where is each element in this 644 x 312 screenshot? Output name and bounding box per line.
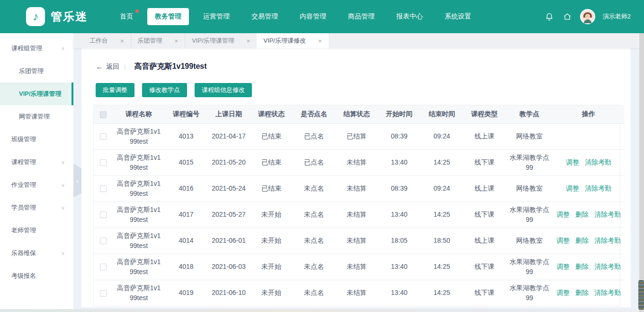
vertical-scrollbar-thumb[interactable]: [638, 280, 644, 310]
row-checkbox[interactable]: [100, 133, 107, 140]
select-all-checkbox[interactable]: [100, 111, 107, 118]
back-button[interactable]: ← 返回: [96, 63, 119, 71]
close-icon[interactable]: ×: [120, 37, 124, 45]
cell-rollcall: 已点名: [293, 149, 335, 175]
op-link[interactable]: 调整: [556, 288, 570, 298]
sidebar-item-band-mgmt[interactable]: 乐团管理: [0, 60, 73, 83]
col-type: 课程类型: [463, 105, 506, 123]
sidebar-item-label: 作业管理: [11, 181, 61, 189]
cell-end: 18:50: [420, 228, 463, 254]
sidebar-item-homework[interactable]: 作业管理 ∨: [0, 174, 73, 196]
tab-band-mgmt[interactable]: 乐团管理 ×: [131, 33, 185, 48]
close-icon[interactable]: ×: [318, 37, 322, 45]
home-icon[interactable]: [562, 11, 572, 22]
cell-location: 网络教室: [506, 228, 553, 254]
cell-course-id: 4016: [165, 175, 207, 202]
edit-course-group-button[interactable]: 课程组信息修改: [195, 83, 252, 97]
row-checkbox[interactable]: [100, 264, 107, 270]
col-settlement: 结算状态: [335, 105, 378, 123]
cell-course-id: 4015: [165, 149, 207, 175]
sidebar-item-online-course[interactable]: 网管课管理: [0, 105, 73, 128]
sidebar-item-vip-theory[interactable]: VIP/乐理课管理: [0, 83, 73, 105]
op-link[interactable]: 删除: [575, 210, 589, 220]
sidebar-item-label: 乐器维保: [11, 249, 61, 257]
op-link[interactable]: 清除考勤: [585, 157, 611, 167]
sidebar-collapse-handle[interactable]: ‹: [73, 164, 81, 198]
nav-item-products[interactable]: 商品管理: [340, 8, 382, 25]
toolbar: 批量调整 修改教学点 课程组信息修改: [93, 83, 620, 97]
tab-workbench[interactable]: 工作台 ×: [83, 33, 131, 48]
op-link[interactable]: 清除考勤: [594, 262, 621, 272]
tab-vip-theory-mgmt[interactable]: VIP/乐理课管理 ×: [185, 33, 257, 48]
sidebar-item-instrument-maintenance[interactable]: 乐器维保 ∨: [0, 242, 73, 265]
cell-start: 08:39: [378, 175, 420, 202]
cell-course-id: 4019: [165, 280, 207, 306]
col-date: 上课日期: [207, 105, 250, 123]
cell-settlement: 已结算: [335, 123, 378, 149]
cell-type: 线下课: [463, 280, 506, 306]
nav-item-reports[interactable]: 报表中心: [389, 8, 430, 25]
sidebar-item-class-mgmt[interactable]: 班级管理: [0, 128, 73, 151]
op-link[interactable]: 清除考勤: [594, 210, 621, 220]
cell-rollcall: 未点名: [293, 280, 335, 306]
table-row: 高音萨克斯1v199test 4017 2021-05-27 未开始 未点名 未…: [94, 202, 624, 228]
tab-vip-theory-edit[interactable]: VIP/乐理课修改 ×: [257, 33, 328, 48]
nav-item-transactions[interactable]: 交易管理: [244, 8, 286, 25]
tab-label: VIP/乐理课管理: [192, 37, 234, 45]
cell-end: 14:25: [420, 149, 463, 175]
vertical-scrollbar-track[interactable]: [639, 33, 644, 312]
batch-adjust-button[interactable]: 批量调整: [96, 83, 134, 97]
row-checkbox[interactable]: [100, 185, 107, 192]
op-link[interactable]: 调整: [566, 184, 579, 193]
row-checkbox[interactable]: [100, 290, 107, 297]
sidebar-item-course-mgmt[interactable]: 课程管理 ∨: [0, 151, 73, 174]
op-link[interactable]: 清除考勤: [585, 184, 611, 193]
cell-location: 水果湖教学点99: [506, 149, 553, 175]
op-link[interactable]: 删除: [575, 288, 589, 298]
row-checkbox[interactable]: [100, 159, 107, 166]
nav-item-academic[interactable]: 教务管理: [147, 8, 189, 25]
row-checkbox[interactable]: [100, 211, 107, 218]
row-checkbox[interactable]: [100, 238, 107, 244]
cell-settlement: 未结算: [335, 280, 378, 306]
cell-status: 未开始: [250, 254, 293, 280]
nav-item-operations[interactable]: 运营管理: [196, 8, 237, 25]
notification-dot: [135, 9, 139, 13]
nav-item-home[interactable]: 首页: [112, 8, 141, 25]
nav-item-content[interactable]: 内容管理: [292, 8, 334, 25]
sidebar-item-exam-signup[interactable]: 考级报名: [0, 265, 73, 287]
cell-status: 已结束: [250, 175, 293, 202]
op-link[interactable]: 调整: [556, 262, 570, 272]
bell-icon[interactable]: [544, 11, 555, 22]
op-link[interactable]: 清除考勤: [594, 288, 621, 298]
close-icon[interactable]: ×: [247, 37, 250, 45]
sidebar: 课程组管理 ∧ 乐团管理 VIP/乐理课管理 网管课管理 班级管理 课程管理 ∨…: [0, 33, 73, 312]
cell-rollcall: 未点名: [293, 202, 335, 228]
sidebar-item-teachers[interactable]: 老师管理: [0, 219, 73, 242]
op-link[interactable]: 删除: [575, 262, 589, 272]
cell-location: 水果湖教学点99: [506, 202, 553, 228]
op-link[interactable]: 调整: [556, 210, 570, 220]
bottom-scroll-strip[interactable]: [0, 309, 639, 312]
cell-course-name: 高音萨克斯1v199test: [113, 254, 165, 280]
op-link[interactable]: 调整: [566, 157, 579, 167]
table-row: 高音萨克斯1v199test 4018 2021-06-03 未开始 未点名 未…: [94, 254, 624, 280]
cell-location: 水果湖教学点99: [506, 254, 553, 280]
op-link[interactable]: 调整: [556, 236, 570, 246]
cell-type: 线下课: [463, 202, 506, 228]
table-row: 高音萨克斯1v199test 4014 2021-06-01 未开始 未点名 未…: [94, 228, 624, 254]
op-link[interactable]: 清除考勤: [594, 236, 621, 246]
sidebar-item-students[interactable]: 学员管理 ∨: [0, 196, 73, 219]
user-avatar[interactable]: [580, 9, 595, 24]
op-link[interactable]: 删除: [575, 236, 589, 246]
course-table: 课程名称 课程编号 上课日期 课程状态 是否点名 结算状态 开始时间 结束时间 …: [93, 105, 620, 306]
col-status: 课程状态: [250, 105, 293, 123]
app-logo[interactable]: ♪: [26, 7, 45, 26]
nav-item-settings[interactable]: 系统设置: [437, 8, 479, 25]
close-icon[interactable]: ×: [175, 37, 179, 45]
change-location-button[interactable]: 修改教学点: [142, 83, 187, 97]
cell-type: 线上课: [463, 228, 506, 254]
page-title: 高音萨克斯1v199test: [134, 62, 207, 72]
sidebar-item-course-group[interactable]: 课程组管理 ∧: [0, 37, 73, 60]
cell-start: 08:39: [378, 123, 420, 149]
